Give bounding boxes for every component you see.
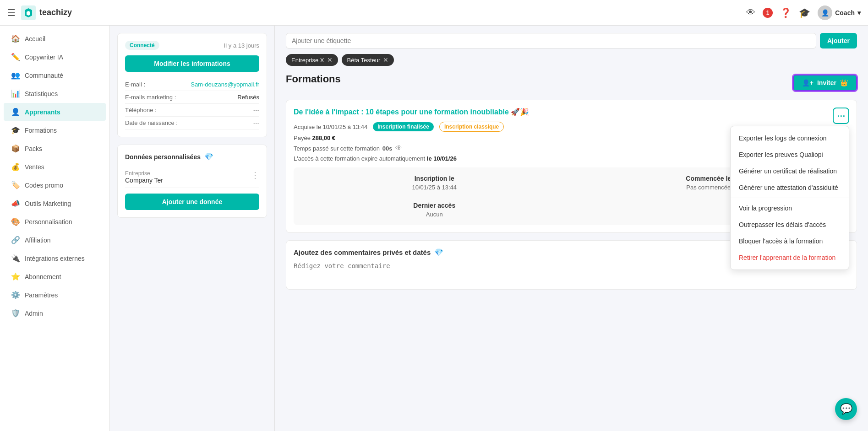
inscription-stat: Inscription le 10/01/25 à 13:44 <box>301 175 568 191</box>
enterprise-label: Entreprise <box>125 170 163 177</box>
sidebar-label-admin: Admin <box>25 310 43 317</box>
copywriter-icon: ✏️ <box>11 53 20 61</box>
formations-icon: 🎓 <box>11 126 20 135</box>
enterprise-value: Company Ter <box>125 177 163 184</box>
sidebar-item-formations[interactable]: 🎓 Formations <box>4 121 106 139</box>
custom-data-header: Données personnalisées 💎 <box>125 152 259 161</box>
hamburger-icon[interactable]: ☰ <box>7 7 16 18</box>
email-label: E-mail : <box>125 81 145 88</box>
tag-input[interactable] <box>286 33 816 48</box>
time-label: Temps passé sur cette formation <box>294 145 380 152</box>
sidebar-label-personnalisation: Personnalisation <box>25 218 72 226</box>
apprenants-icon: 👤 <box>11 108 20 116</box>
formation-title: De l'idée à l'impact : 10 étapes pour un… <box>294 108 849 116</box>
sidebar-item-parametres[interactable]: ⚙️ Paramètres <box>4 286 106 304</box>
top-bar-right: 👁 1 ❓ 🎓 👤 Coach ▾ <box>746 5 861 20</box>
time-value: 00s <box>382 145 393 152</box>
sidebar-item-apprenants[interactable]: 👤 Apprenants <box>4 103 106 121</box>
last-access-label: Dernier accès <box>301 202 568 209</box>
sidebar-item-affiliation[interactable]: 🔗 Affiliation <box>4 231 106 249</box>
enterprise-row: Entreprise Company Ter ⋮ <box>125 167 259 188</box>
tag-entreprise-x: Entreprise X ✕ <box>286 54 338 66</box>
dropdown-retirer-apprenant[interactable]: Retirer l'apprenant de la formation <box>731 249 849 266</box>
tag-section: Ajouter Entreprise X ✕ Béta Testeur ✕ <box>286 33 857 66</box>
dropdown-export-qualiopi[interactable]: Exporter les preuves Qualiopi <box>731 146 849 163</box>
dropdown-view-progression[interactable]: Voir la progression <box>731 200 849 216</box>
dropdown-outrepasser-delais[interactable]: Outrepasser les délais d'accès <box>731 216 849 233</box>
enterprise-info: Entreprise Company Ter <box>125 170 163 184</box>
enterprise-menu-icon[interactable]: ⋮ <box>251 170 259 180</box>
formations-title: Formations <box>286 73 341 85</box>
sidebar-item-statistiques[interactable]: 📊 Statistiques <box>4 85 106 102</box>
sidebar-label-affiliation: Affiliation <box>25 237 51 244</box>
birthdate-label: Date de naissance : <box>125 119 178 126</box>
sidebar-item-abonnement[interactable]: ⭐ Abonnement <box>4 268 106 286</box>
ventes-icon: 💰 <box>11 162 20 171</box>
invite-button[interactable]: 👤+ Inviter 👑 <box>793 75 857 91</box>
user-status-card: Connecté Il y a 13 jours Modifier les in… <box>117 33 267 137</box>
stats-icon: 📊 <box>11 89 20 98</box>
time-eye-icon[interactable]: 👁 <box>395 144 403 152</box>
integrations-icon: 🔌 <box>11 254 20 263</box>
tag-close-icon-2[interactable]: ✕ <box>383 56 388 64</box>
eye-icon[interactable]: 👁 <box>746 7 755 18</box>
tag-add-row: Ajouter <box>286 33 857 48</box>
invite-person-icon: 👤+ <box>802 79 813 86</box>
main-container: 🏠 Accueil ✏️ Copywriter IA 👥 Communauté … <box>0 26 868 431</box>
marketing-row: E-mails marketing : Refusés <box>125 91 259 104</box>
formation-dropdown-menu: Exporter les logs de connexion Exporter … <box>730 126 849 270</box>
coach-button[interactable]: 👤 Coach ▾ <box>818 5 861 20</box>
notification-badge[interactable]: 1 <box>763 8 773 18</box>
tag-label-2: Béta Testeur <box>347 57 381 64</box>
phone-value: --- <box>253 107 259 113</box>
tag-beta-testeur: Béta Testeur ✕ <box>342 54 394 66</box>
status-time: Il y a 13 jours <box>224 42 259 49</box>
inscription-date: 10/01/25 à 13:44 <box>301 184 568 191</box>
sidebar-item-copywriter[interactable]: ✏️ Copywriter IA <box>4 48 106 66</box>
sidebar-item-personnalisation[interactable]: 🎨 Personnalisation <box>4 213 106 231</box>
chat-bubble[interactable]: 💬 <box>835 398 857 420</box>
three-dots-button[interactable]: ⋯ <box>833 108 849 124</box>
add-tag-button[interactable]: Ajouter <box>820 33 857 48</box>
coach-label: Coach <box>835 9 855 16</box>
tag-close-icon[interactable]: ✕ <box>327 56 333 64</box>
phone-row: Téléphone : --- <box>125 104 259 117</box>
marketing-value: Refusés <box>237 94 259 101</box>
sidebar-item-packs[interactable]: 📦 Packs <box>4 140 106 157</box>
left-panel: Connecté Il y a 13 jours Modifier les in… <box>110 26 275 431</box>
sidebar-item-ventes[interactable]: 💰 Ventes <box>4 158 106 176</box>
expiry-date: le 10/01/26 <box>427 155 457 162</box>
last-access-stat: Dernier accès Aucun <box>301 202 568 218</box>
badge-finalisee: Inscription finalisée <box>373 122 434 131</box>
add-data-button[interactable]: Ajouter une donnée <box>125 194 259 210</box>
dropdown-generate-attestation[interactable]: Générer une attestation d'assiduité <box>731 179 849 196</box>
marketing-label: E-mails marketing : <box>125 94 176 101</box>
top-bar-left: ☰ teachizy <box>7 5 72 20</box>
sidebar-item-communaute[interactable]: 👥 Communauté <box>4 66 106 84</box>
email-row: E-mail : Sam-deuzans@yopmail.fr <box>125 78 259 91</box>
sidebar-label-abonnement: Abonnement <box>25 273 61 280</box>
sidebar-item-outils-marketing[interactable]: 📣 Outils Marketing <box>4 194 106 212</box>
price-value: 288,00 € <box>312 135 336 141</box>
graduation-icon[interactable]: 🎓 <box>799 7 810 18</box>
sidebar-item-codes-promo[interactable]: 🏷️ Codes promo <box>4 176 106 194</box>
sidebar-label-packs: Packs <box>25 145 42 152</box>
help-icon[interactable]: ❓ <box>780 7 792 18</box>
dropdown-bloquer-acces[interactable]: Bloquer l'accès à la formation <box>731 233 849 249</box>
sidebar-item-integrations[interactable]: 🔌 Intégrations externes <box>4 249 106 267</box>
phone-label: Téléphone : <box>125 107 157 113</box>
sidebar-item-admin[interactable]: 🛡️ Admin <box>4 304 106 322</box>
comments-diamond-icon: 💎 <box>434 248 443 257</box>
expiry-text: L'accès à cette formation expire automat… <box>294 155 425 162</box>
logo: teachizy <box>21 5 72 20</box>
packs-icon: 📦 <box>11 144 20 153</box>
top-bar: ☰ teachizy 👁 1 ❓ 🎓 👤 Coach ▾ <box>0 0 868 26</box>
tag-label: Entreprise X <box>291 57 324 64</box>
modify-info-button[interactable]: Modifier les informations <box>125 55 259 72</box>
email-value: Sam-deuzans@yopmail.fr <box>191 81 259 88</box>
sidebar-label-formations: Formations <box>25 127 57 134</box>
dropdown-export-logs[interactable]: Exporter les logs de connexion <box>731 130 849 146</box>
dropdown-generate-certificate[interactable]: Générer un certificat de réalisation <box>731 163 849 179</box>
birthdate-value: --- <box>253 119 259 126</box>
sidebar-item-accueil[interactable]: 🏠 Accueil <box>4 30 106 48</box>
